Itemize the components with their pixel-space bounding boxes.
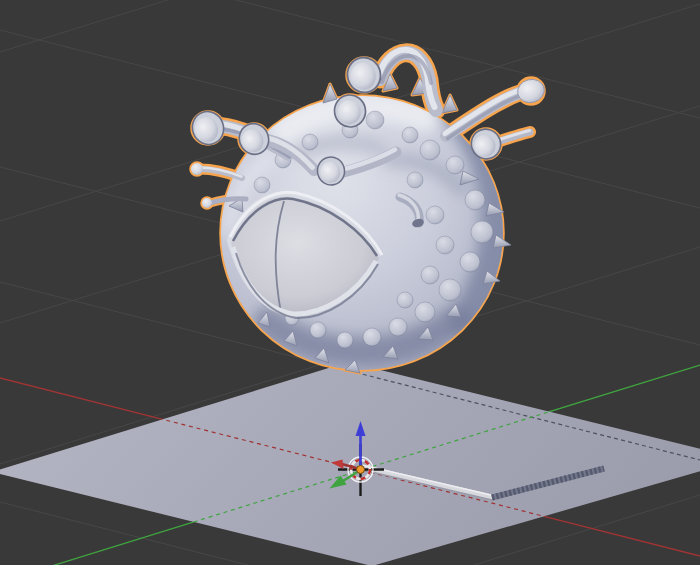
viewport-canvas[interactable] xyxy=(0,0,700,565)
stalk-knob xyxy=(191,163,203,175)
object-origin-dot xyxy=(357,466,365,474)
viewport-3d[interactable] xyxy=(0,0,700,565)
stalk-knob xyxy=(202,198,212,208)
